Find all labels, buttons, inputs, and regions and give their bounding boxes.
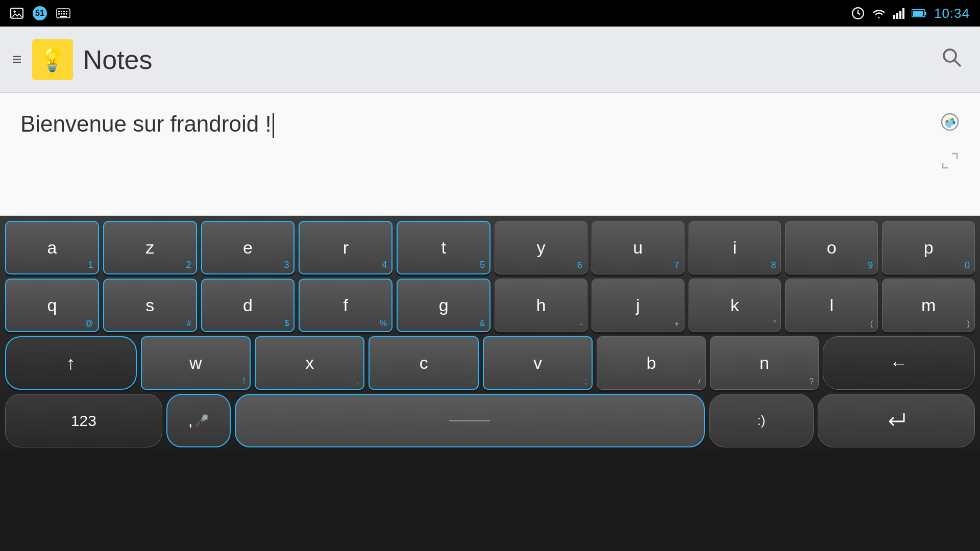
key-k[interactable]: k" (689, 279, 781, 332)
svg-point-25 (951, 118, 954, 121)
enter-icon (886, 411, 906, 430)
notification-badge: 51 (33, 6, 47, 20)
key-c[interactable]: c. (369, 336, 478, 390)
comma-key[interactable]: , 🎤 (166, 394, 231, 447)
comma-label: , (188, 411, 193, 430)
status-right: 10:34 (851, 6, 970, 21)
signal-icon (893, 8, 904, 19)
key-f[interactable]: f% (299, 279, 393, 332)
gallery-icon (10, 7, 23, 20)
key-l[interactable]: l( (785, 279, 878, 332)
key-z[interactable]: z2 (103, 221, 197, 274)
keyboard-row-1: a1 z2 e3 r4 t5 y6 u7 i8 o9 p0 (5, 221, 975, 274)
key-x[interactable]: x, (255, 336, 364, 390)
key-w[interactable]: w! (141, 336, 251, 390)
time-display: 10:34 (934, 6, 970, 21)
svg-point-26 (953, 121, 955, 124)
bulb-icon: 💡 (38, 46, 66, 73)
key-i[interactable]: i8 (689, 221, 781, 274)
numbers-key[interactable]: 123 (5, 394, 162, 447)
svg-rect-19 (913, 11, 923, 16)
svg-rect-10 (66, 13, 67, 15)
note-area[interactable]: Bienvenue sur frandroid ! (0, 93, 980, 216)
key-q[interactable]: q@ (5, 279, 99, 332)
key-g[interactable]: g& (397, 279, 491, 332)
svg-rect-18 (925, 12, 926, 15)
text-cursor (273, 113, 274, 138)
key-n[interactable]: n? (710, 336, 819, 390)
key-r[interactable]: r4 (299, 221, 393, 274)
spacebar-key[interactable] (235, 394, 705, 447)
emoji-label: :) (757, 413, 766, 429)
keyboard-row-3: ↑ w! x, c. v; b/ n? ← (5, 336, 975, 390)
palette-button[interactable] (940, 112, 960, 136)
svg-rect-5 (63, 11, 65, 12)
key-j[interactable]: j+ (592, 279, 684, 332)
svg-line-21 (954, 60, 961, 66)
svg-rect-7 (58, 13, 60, 15)
svg-rect-3 (58, 11, 60, 12)
svg-rect-4 (61, 11, 62, 12)
search-button[interactable] (935, 41, 968, 78)
svg-rect-13 (893, 15, 895, 19)
svg-rect-8 (61, 13, 62, 15)
keyboard-bottom-row: 123 , 🎤 :) (5, 394, 975, 447)
key-e[interactable]: e3 (201, 221, 295, 274)
keyboard: a1 z2 e3 r4 t5 y6 u7 i8 o9 p0 q@ s# d$ f… (0, 216, 980, 450)
spacebar-indicator (449, 420, 490, 421)
svg-rect-15 (899, 11, 901, 19)
key-s[interactable]: s# (103, 279, 197, 332)
enter-key[interactable] (818, 394, 975, 447)
note-actions (940, 108, 960, 174)
resize-button[interactable] (941, 152, 959, 174)
key-b[interactable]: b/ (597, 336, 705, 390)
key-u[interactable]: u7 (592, 221, 684, 274)
key-m[interactable]: m) (882, 279, 975, 332)
emoji-key[interactable]: :) (709, 394, 814, 447)
svg-rect-16 (902, 8, 904, 19)
app-logo: 💡 (32, 39, 73, 80)
svg-rect-14 (896, 13, 898, 19)
hamburger-menu[interactable]: ≡ (12, 50, 22, 69)
key-a[interactable]: a1 (5, 221, 99, 274)
mic-icon: 🎤 (195, 414, 209, 428)
note-text[interactable]: Bienvenue sur frandroid ! (20, 108, 940, 200)
svg-point-24 (948, 118, 951, 121)
key-h[interactable]: h- (495, 279, 587, 332)
battery-icon (912, 9, 927, 18)
key-o[interactable]: o9 (785, 221, 878, 274)
key-p[interactable]: p0 (882, 221, 975, 274)
svg-rect-6 (66, 11, 67, 12)
clock-icon (851, 7, 865, 20)
key-t[interactable]: t5 (397, 221, 491, 274)
shift-key[interactable]: ↑ (5, 336, 137, 390)
svg-point-20 (944, 49, 956, 62)
svg-point-23 (946, 120, 948, 123)
status-left: 51 (10, 6, 70, 20)
key-v[interactable]: v; (483, 336, 593, 390)
app-title: Notes (83, 44, 935, 75)
backspace-key[interactable]: ← (823, 336, 975, 390)
key-d[interactable]: d$ (201, 279, 295, 332)
app-bar: ≡ 💡 Notes (0, 27, 980, 93)
note-content: Bienvenue sur frandroid ! (20, 111, 272, 136)
keyboard-icon (56, 8, 70, 18)
svg-rect-11 (60, 16, 67, 17)
svg-rect-9 (63, 13, 65, 15)
svg-point-1 (14, 11, 16, 13)
keyboard-row-2: q@ s# d$ f% g& h- j+ k" l( m) (5, 279, 975, 332)
key-y[interactable]: y6 (495, 221, 587, 274)
wifi-icon (872, 7, 886, 19)
status-bar: 51 (0, 0, 980, 27)
